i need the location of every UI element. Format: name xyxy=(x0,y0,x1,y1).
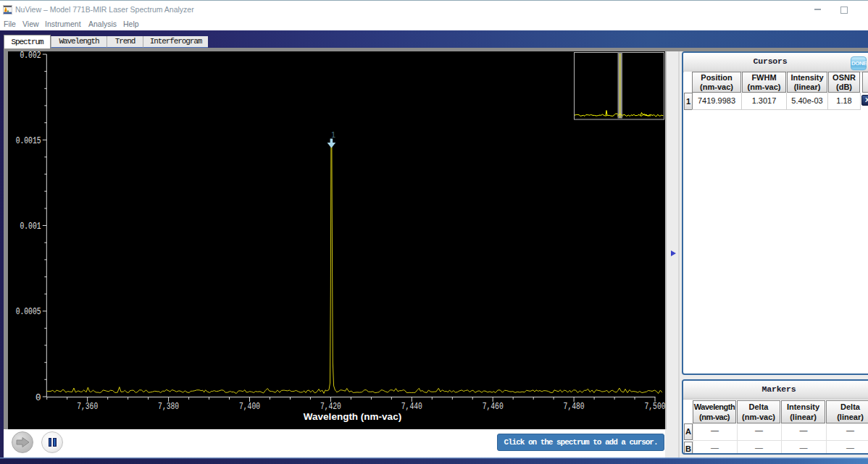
svg-text:7,460: 7,460 xyxy=(483,402,504,412)
svg-text:7,500: 7,500 xyxy=(645,402,666,412)
svg-text:7,480: 7,480 xyxy=(564,402,585,412)
svg-text:0.001: 0.001 xyxy=(20,222,41,232)
svg-text:1: 1 xyxy=(331,130,335,139)
svg-text:0.0005: 0.0005 xyxy=(16,307,41,317)
svg-text:7,380: 7,380 xyxy=(158,402,179,412)
svg-text:7,440: 7,440 xyxy=(401,402,422,412)
svg-text:Wavelength (nm-vac): Wavelength (nm-vac) xyxy=(304,411,401,422)
svg-text:7,400: 7,400 xyxy=(239,402,260,412)
svg-text:7,420: 7,420 xyxy=(320,402,341,412)
svg-text:7,360: 7,360 xyxy=(77,402,98,412)
svg-text:0.0015: 0.0015 xyxy=(16,136,41,146)
svg-text:0: 0 xyxy=(36,393,41,403)
svg-text:0.002: 0.002 xyxy=(20,51,41,61)
